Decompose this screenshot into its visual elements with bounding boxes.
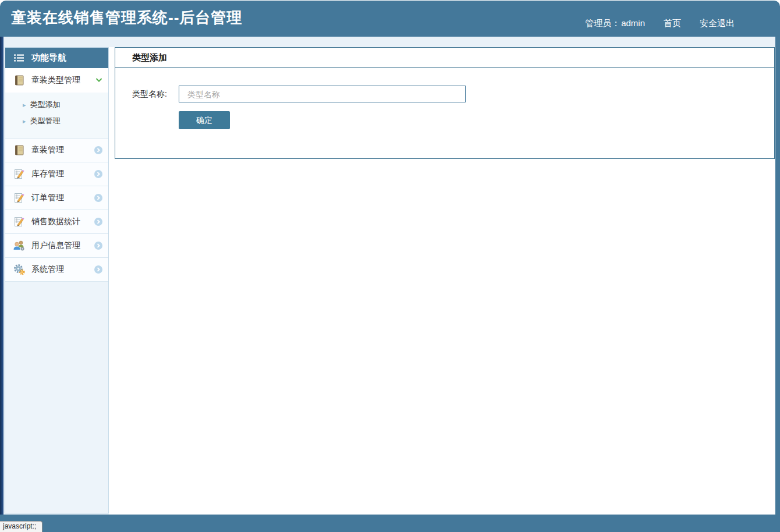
- sidebar: 功能导航 童装类型管理: [5, 47, 109, 513]
- sidebar-item-label: 用户信息管理: [31, 240, 94, 251]
- admin-label: 管理员：admin: [585, 18, 645, 29]
- sidebar-header: 功能导航: [5, 48, 108, 68]
- arrow-right-icon: ▸: [23, 102, 26, 108]
- chevron-right-icon: [94, 194, 102, 202]
- gears-icon: [13, 264, 26, 275]
- sidebar-subitem-type-manage[interactable]: ▸ 类型管理: [5, 113, 108, 129]
- header-nav: 管理员：admin 首页 安全退出: [585, 18, 735, 29]
- sidebar-item-user-info-management[interactable]: 用户信息管理: [5, 233, 108, 257]
- sidebar-item-sales-statistics[interactable]: 销售数据统计: [5, 210, 108, 233]
- admin-username: admin: [621, 18, 645, 28]
- arrow-right-icon: ▸: [23, 118, 26, 125]
- sidebar-filler: [5, 281, 108, 513]
- panel-title: 类型添加: [115, 48, 774, 68]
- sidebar-item-label: 童装管理: [31, 145, 94, 155]
- sidebar-item-label: 库存管理: [31, 169, 94, 179]
- home-link[interactable]: 首页: [664, 18, 681, 29]
- browser-viewport: 童装在线销售管理系统--后台管理 管理员：admin 首页 安全退出: [0, 0, 780, 532]
- form-row: 类型名称:: [132, 86, 774, 102]
- chevron-right-icon: [94, 265, 102, 274]
- sidebar-title: 功能导航: [31, 52, 66, 63]
- sidebar-item-clothing-management[interactable]: 童装管理: [5, 138, 108, 162]
- sidebar-item-system-management[interactable]: 系统管理: [5, 257, 108, 281]
- type-name-input[interactable]: [179, 86, 466, 102]
- sidebar-item-order-management[interactable]: 订单管理: [5, 186, 108, 210]
- sidebar-item-type-category-management[interactable]: 童装类型管理: [5, 68, 108, 93]
- sidebar-item-label: 童装类型管理: [31, 75, 95, 86]
- sidebar-item-label: 订单管理: [31, 193, 94, 203]
- main-content: 类型添加 类型名称: 确定: [109, 47, 775, 515]
- chevron-right-icon: [94, 146, 102, 154]
- browser-status-tooltip: javascript:;: [0, 521, 42, 532]
- edit-icon: [13, 168, 26, 180]
- confirm-button[interactable]: 确定: [179, 111, 230, 129]
- chevron-right-icon: [94, 218, 102, 226]
- sidebar-item-inventory-management[interactable]: 库存管理: [5, 162, 108, 186]
- submenu-type-category: ▸ 类型添加 ▸ 类型管理: [5, 93, 108, 138]
- type-add-form: 类型名称: 确定: [115, 68, 774, 129]
- book-icon: [13, 75, 26, 86]
- chevron-right-icon: [94, 170, 102, 178]
- subitem-label: 类型管理: [30, 116, 61, 126]
- page-body: 功能导航 童装类型管理: [0, 37, 775, 515]
- content-row: 功能导航 童装类型管理: [5, 47, 775, 515]
- list-icon: [14, 54, 24, 62]
- app-header: 童装在线销售管理系统--后台管理 管理员：admin 首页 安全退出: [0, 1, 780, 37]
- app-title: 童装在线销售管理系统--后台管理: [11, 8, 242, 28]
- page-frame: 童装在线销售管理系统--后台管理 管理员：admin 首页 安全退出: [0, 1, 780, 532]
- subitem-label: 类型添加: [30, 100, 61, 110]
- edit-icon: [13, 216, 26, 228]
- chevron-down-icon: [95, 78, 102, 83]
- book-icon: [13, 144, 26, 156]
- users-icon: [13, 240, 26, 251]
- type-add-panel: 类型添加 类型名称: 确定: [115, 47, 775, 159]
- sidebar-item-label: 系统管理: [31, 264, 94, 275]
- edit-icon: [13, 192, 26, 204]
- sidebar-subitem-type-add[interactable]: ▸ 类型添加: [5, 97, 108, 113]
- logout-link[interactable]: 安全退出: [700, 18, 735, 29]
- window-left-edge: [0, 37, 3, 515]
- type-name-label: 类型名称:: [132, 89, 179, 100]
- sidebar-item-label: 销售数据统计: [31, 217, 94, 227]
- chevron-right-icon: [94, 242, 102, 250]
